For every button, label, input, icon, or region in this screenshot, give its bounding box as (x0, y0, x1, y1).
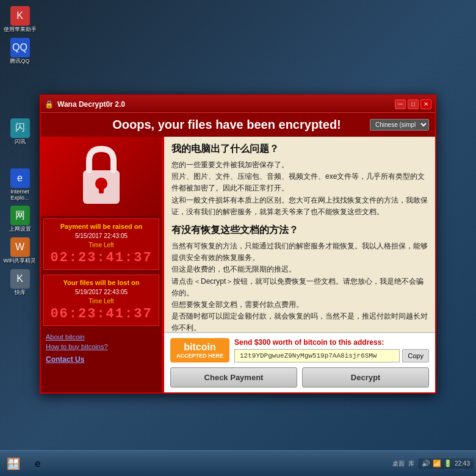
right-panel: 我的电脑出了什么问题？ 您的一些重要文件被我加密保存了。照片、图片、文件、压缩包… (163, 137, 435, 392)
files-lost-date: 5/19/2017 22:43:05 (48, 289, 155, 295)
wannacry-window: 🔒 Wana Decrypt0r 2.0 ─ □ ✕ Ooops, your f… (40, 95, 436, 394)
maximize-button[interactable]: □ (408, 99, 419, 109)
bitcoin-logo-text: bitcoin (184, 342, 215, 353)
bitcoin-address[interactable]: 12t9YDPgwueZ9NyMgw519p7AA8isjr6SMw (234, 349, 400, 362)
window-body: Payment will be raised on 5/15/2017 22:4… (41, 137, 435, 392)
lost-countdown: 06:23:41:37 (48, 306, 155, 322)
desktop: K 使用苹果助手 QQ 腾讯QQ 闪 闪讯 e Internet Explo..… (0, 0, 476, 476)
app-icon-6: W (10, 237, 30, 257)
taskbar-left: 🪟 e (2, 455, 49, 473)
network-icon[interactable]: 📶 (433, 460, 441, 467)
icon-label-3: 闪讯 (15, 139, 26, 145)
bitcoin-accepted-text: ACCEPTED HERE (176, 353, 223, 359)
taskbar-start[interactable]: 🪟 (2, 455, 24, 473)
volume-icon[interactable]: 🔊 (422, 460, 430, 467)
action-buttons: Check Payment Decrypt (170, 367, 429, 388)
window-title: 🔒 Wana Decrypt0r 2.0 (45, 100, 125, 109)
desktop-icon-4[interactable]: e Internet Explo... (3, 168, 37, 201)
language-select[interactable]: Chinese (simpl (370, 119, 429, 131)
about-links: About bitcoin How to buy bitcoins? Conta… (41, 328, 162, 369)
about-bitcoin-link[interactable]: About bitcoin (46, 333, 157, 341)
bitcoin-logo-box: bitcoin ACCEPTED HERE (170, 338, 229, 362)
taskbar: 🪟 e 桌面 库 🔊 📶 🔋 22:43 (0, 450, 476, 476)
app-icon-4: e (10, 168, 30, 188)
payment-raise-date: 5/15/2017 22:43:05 (48, 233, 155, 239)
send-info: Send $300 worth of bitcoin to this addre… (234, 338, 429, 362)
app-icon-2: QQ (10, 38, 30, 57)
app-icon-5: 网 (10, 206, 30, 225)
files-lost-box: Your files will be lost on 5/19/2017 22:… (43, 275, 159, 326)
chinese-para-1: 您的一些重要文件被我加密保存了。照片、图片、文件、压缩包、音频、视频文件、exe… (171, 159, 428, 218)
lock-image (41, 137, 162, 216)
send-label: Send $300 worth of bitcoin to this addre… (234, 338, 429, 347)
bitcoin-section: bitcoin ACCEPTED HERE Send $300 worth of… (164, 332, 435, 392)
text-area: 我的电脑出了什么问题？ 您的一些重要文件被我加密保存了。照片、图片、文件、压缩包… (164, 137, 435, 332)
svg-rect-2 (99, 184, 104, 193)
desktop-icon-7[interactable]: K 快库 (3, 269, 37, 296)
taskbar-tray: 🔊 📶 🔋 22:43 (418, 458, 474, 469)
taskbar-label-desktop: 桌面 (392, 460, 405, 468)
window-controls: ─ □ ✕ (395, 99, 431, 109)
app-icon-3: 闪 (10, 118, 30, 138)
desktop-icon-1[interactable]: K 使用苹果助手 (3, 6, 37, 33)
minimize-button[interactable]: ─ (395, 99, 406, 109)
contact-us-link[interactable]: Contact Us (46, 355, 157, 364)
chinese-heading-2: 有没有恢复这些文档的方法？ (171, 224, 428, 237)
window-header: Ooops, your files have been encrypted! C… (41, 113, 435, 137)
check-payment-button[interactable]: Check Payment (170, 367, 297, 388)
taskbar-ie[interactable]: e (27, 455, 49, 473)
window-title-icon: 🔒 (45, 100, 54, 109)
app-icon-1: K (10, 6, 30, 26)
desktop-icon-3[interactable]: 闪 闪讯 (3, 118, 37, 145)
close-button[interactable]: ✕ (420, 99, 431, 109)
left-panel: Payment will be raised on 5/15/2017 22:4… (41, 137, 163, 392)
chinese-heading-1: 我的电脑出了什么问题？ (171, 143, 428, 156)
bitcoin-row: bitcoin ACCEPTED HERE Send $300 worth of… (170, 338, 429, 362)
bitcoin-address-row: 12t9YDPgwueZ9NyMgw519p7AA8isjr6SMw Copy (234, 349, 429, 362)
icon-label-1: 使用苹果助手 (4, 27, 37, 33)
window-title-text: Wana Decrypt0r 2.0 (57, 100, 125, 109)
icon-label-7: 快库 (15, 290, 26, 296)
taskbar-right: 桌面 库 🔊 📶 🔋 22:43 (392, 458, 474, 469)
taskbar-label-library: 库 (408, 460, 414, 468)
decrypt-button[interactable]: Decrypt (302, 367, 429, 388)
battery-icon: 🔋 (444, 460, 452, 467)
icon-label-6: WiFi共享精灵 (4, 258, 37, 264)
app-icon-7: K (10, 269, 30, 289)
desktop-icon-6[interactable]: W WiFi共享精灵 (3, 237, 37, 264)
files-lost-label: Your files will be lost on (48, 279, 155, 286)
copy-button[interactable]: Copy (402, 349, 429, 362)
desktop-icons-left: K 使用苹果助手 QQ 腾讯QQ 闪 闪讯 e Internet Explo..… (3, 6, 37, 296)
how-to-buy-link[interactable]: How to buy bitcoins? (46, 343, 157, 350)
raise-countdown: 02:23:41:37 (48, 250, 155, 265)
desktop-icon-2[interactable]: QQ 腾讯QQ (3, 38, 37, 65)
payment-raise-label: Payment will be raised on (48, 223, 155, 230)
taskbar-time: 22:43 (455, 460, 470, 467)
icon-label-5: 上网设置 (9, 226, 31, 233)
icon-label-2: 腾讯QQ (10, 59, 29, 65)
header-title: Ooops, your files have been encrypted! (90, 118, 364, 132)
icon-label-4: Internet Explo... (3, 189, 37, 201)
window-titlebar: 🔒 Wana Decrypt0r 2.0 ─ □ ✕ (41, 96, 435, 113)
desktop-icon-5[interactable]: 网 上网设置 (3, 206, 37, 233)
chinese-para-2: 当然有可恢复的方法，只能通过我们的解密服务才能恢复。我以人格担保，能够提供安全有… (171, 240, 428, 332)
raise-time-left-label: Time Left (48, 242, 155, 248)
lost-time-left-label: Time Left (48, 298, 155, 305)
payment-raised-box: Payment will be raised on 5/15/2017 22:4… (43, 218, 159, 270)
